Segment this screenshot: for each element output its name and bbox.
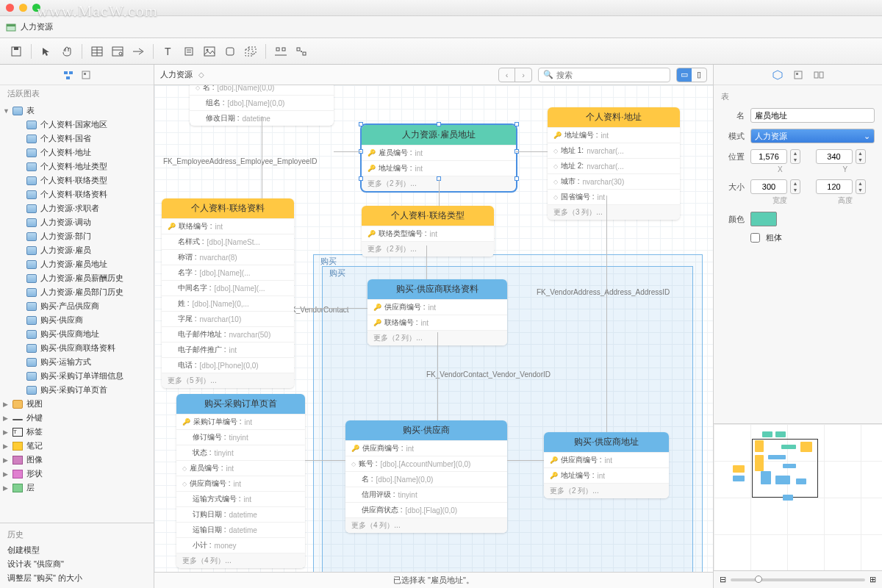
layer-tool[interactable] xyxy=(242,43,259,60)
entity-contact[interactable]: 个人资料·联络资料 🔑联络编号 :int名样式 :[dbo].[NameSt..… xyxy=(162,198,294,388)
column-row[interactable]: 名样式 :[dbo].[NameSt... xyxy=(162,234,294,249)
column-row[interactable]: 供应商状态 :[dbo].[Flag](0,0) xyxy=(345,502,507,517)
column-row[interactable]: 🔑地址编号 :int xyxy=(544,467,669,483)
tree-table-item[interactable]: 人力资源·雇员薪酬历史 xyxy=(0,271,154,285)
diagram-canvas[interactable]: 购买 购买 FK_EmployeeAddress_Employee_Employ… xyxy=(154,85,713,572)
column-row[interactable]: 组名 :[dbo].[Name](0,0) xyxy=(190,95,334,110)
disclosure-icon[interactable]: ▶ xyxy=(3,415,9,422)
tree-shape[interactable]: ▶形状 xyxy=(0,467,154,481)
column-row[interactable]: 🔑联络类型编号 :int xyxy=(362,226,494,241)
column-row[interactable]: 中间名字 :[dbo].[Name](... xyxy=(162,280,294,295)
column-row[interactable]: ◇城市 :nvarchar(30) xyxy=(548,173,680,189)
tree-note[interactable]: ▶笔记 xyxy=(0,439,154,453)
disclosure-icon[interactable]: ▼ xyxy=(3,107,9,115)
tree-table-item[interactable]: 人力资源·雇员部门历史 xyxy=(0,285,154,299)
column-row[interactable]: ◇账号 :[dbo].[AccountNumber](0,0) xyxy=(345,456,507,471)
pan-tool[interactable] xyxy=(58,43,76,60)
column-row[interactable]: 订购日期 :datetime xyxy=(176,506,305,522)
close-icon[interactable] xyxy=(6,4,14,12)
column-row[interactable]: 🔑联络编号 :int xyxy=(368,315,507,330)
zoom-out-icon[interactable]: ⊟ xyxy=(720,575,726,584)
column-row[interactable]: ◇地址 2:nvarchar(... xyxy=(548,158,680,173)
column-row[interactable]: 电子邮件推广 :int xyxy=(162,342,294,357)
h-stepper[interactable]: ▲▼ xyxy=(816,179,875,194)
disclosure-icon[interactable]: ▶ xyxy=(3,484,9,492)
column-row[interactable]: 信用评级 :tinyint xyxy=(345,487,507,502)
column-row[interactable]: 🔑供应商编号 :int xyxy=(544,452,669,467)
layout-2-icon[interactable]: ▯ xyxy=(692,68,706,82)
entity-addr[interactable]: 个人资料·地址 🔑地址编号 :int◇地址 1:nvarchar(...◇地址 … xyxy=(548,107,680,220)
zoom-slider[interactable] xyxy=(731,578,865,581)
nav-forward[interactable]: › xyxy=(515,68,531,82)
tree-image[interactable]: ▶图像 xyxy=(0,453,154,467)
color-picker[interactable] xyxy=(750,212,777,226)
zoom-in-icon[interactable]: ⊞ xyxy=(870,575,876,584)
minimap[interactable] xyxy=(714,423,882,570)
column-row[interactable]: 运输方式编号 :int xyxy=(176,491,305,506)
fk-label[interactable]: FK_EmployeeAddress_Employee_EmployeeID xyxy=(163,157,318,165)
column-row[interactable]: ◇供应商编号 :int xyxy=(176,476,305,491)
disclosure-icon[interactable]: ▶ xyxy=(3,429,9,436)
entity-vendor[interactable]: 购买·供应商 🔑供应商编号 :int◇账号 :[dbo].[AccountNum… xyxy=(345,420,507,533)
column-row[interactable]: ◇雇员编号 :int xyxy=(176,460,305,476)
column-row[interactable]: 字尾 :nvarchar(10) xyxy=(162,311,294,326)
tree-table-item[interactable]: 购买·产品供应商 xyxy=(0,299,154,313)
column-row[interactable]: 🔑供应商编号 :int xyxy=(368,299,507,315)
fk-tool[interactable] xyxy=(129,43,147,60)
table-tool[interactable] xyxy=(88,43,106,60)
column-row[interactable]: ◇国省编号 :int xyxy=(548,189,680,204)
tree-table-item[interactable]: 个人资料·国省 xyxy=(0,132,154,146)
align-tool[interactable] xyxy=(272,43,290,60)
entity-contact-type[interactable]: 个人资料·联络类型 🔑联络类型编号 :int 更多（2 列）... xyxy=(362,206,494,257)
breadcrumb[interactable]: 人力资源 ◇ xyxy=(160,69,204,80)
column-row[interactable]: 🔑供应商编号 :int xyxy=(345,440,507,456)
disclosure-icon[interactable]: ▶ xyxy=(3,456,9,464)
column-row[interactable]: 🔑地址编号 :int xyxy=(548,127,680,143)
history-item[interactable]: 设计表 "供应商" xyxy=(0,557,154,571)
image-tool[interactable] xyxy=(201,43,218,60)
save-button[interactable] xyxy=(7,43,25,60)
view-tool[interactable] xyxy=(109,43,126,60)
tree-table-item[interactable]: 购买·采购订单页首 xyxy=(0,383,154,397)
history-item[interactable]: 调整层 "购买" 的大小 xyxy=(0,571,154,585)
column-row[interactable]: 修订编号 :tinyint xyxy=(176,429,305,445)
column-row[interactable]: 名 :[dbo].[Name](0,0) xyxy=(345,471,507,487)
object-tab-icon[interactable] xyxy=(772,70,783,80)
column-row[interactable]: 小计 :money xyxy=(176,537,305,553)
nav-back[interactable]: ‹ xyxy=(499,68,515,82)
column-row[interactable]: 🔑雇员编号 :int xyxy=(362,145,516,160)
arrange-tab-icon[interactable] xyxy=(814,70,824,80)
text-tool[interactable]: T xyxy=(159,43,177,60)
tree-table-item[interactable]: 人力资源·部门 xyxy=(0,229,154,243)
disclosure-icon[interactable]: ▶ xyxy=(3,442,9,450)
document-tab[interactable]: 人力资源 xyxy=(21,21,53,32)
column-row[interactable]: 🔑联络编号 :int xyxy=(162,218,294,234)
name-field[interactable] xyxy=(750,108,875,123)
column-row[interactable]: ◇地址 1:nvarchar(... xyxy=(548,143,680,158)
tree-table-item[interactable]: 个人资料·联络资料 xyxy=(0,187,154,201)
tree-root-tables[interactable]: ▼ 表 xyxy=(0,104,154,118)
pointer-tool[interactable] xyxy=(37,43,55,60)
tree-layer[interactable]: ▶层 xyxy=(0,481,154,495)
fk-label[interactable]: FK_VendorAddress_Address_AddressID xyxy=(537,288,670,296)
view-toggle[interactable]: ▭ ▯ xyxy=(676,68,707,82)
y-stepper[interactable]: ▲▼ xyxy=(816,149,875,164)
column-row[interactable]: 电子邮件地址 :nvarchar(50) xyxy=(162,326,294,342)
column-row[interactable]: ◇名 :[dbo].[Name](0,0) xyxy=(190,85,334,95)
tree-table-item[interactable]: 购买·供应商 xyxy=(0,313,154,327)
tree-table-item[interactable]: 购买·供应商联络资料 xyxy=(0,341,154,355)
shape-tool[interactable] xyxy=(221,43,239,60)
entity-vendor-addr[interactable]: 购买·供应商地址 🔑供应商编号 :int🔑地址编号 :int 更多（2 列）..… xyxy=(544,432,669,498)
column-row[interactable]: 状态 :tinyint xyxy=(176,445,305,460)
search-input[interactable]: 🔍 xyxy=(538,68,670,82)
note-tool[interactable] xyxy=(180,43,198,60)
tree-table-item[interactable]: 个人资料·地址类型 xyxy=(0,159,154,173)
tree-label[interactable]: ▶T标签 xyxy=(0,425,154,439)
bold-checkbox[interactable] xyxy=(750,233,760,243)
layout-1-icon[interactable]: ▭ xyxy=(677,68,692,82)
tree-table-item[interactable]: 个人资料·联络类型 xyxy=(0,173,154,187)
column-row[interactable]: 运输日期 :datetime xyxy=(176,522,305,537)
fk-label[interactable]: FK_VendorContact_Vendor_VendorID xyxy=(426,370,551,379)
column-row[interactable]: 名字 :[dbo].[Name](... xyxy=(162,265,294,280)
column-row[interactable]: 电话 :[dbo].[Phone](0,0) xyxy=(162,357,294,373)
